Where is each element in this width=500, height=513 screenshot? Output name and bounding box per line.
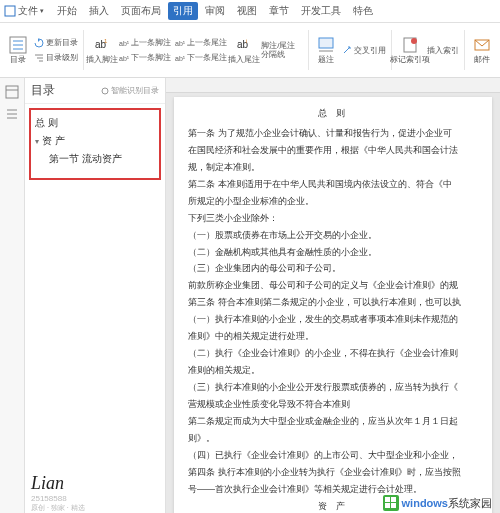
outline-item[interactable]: 第一节 流动资产: [35, 150, 155, 168]
svg-rect-0: [5, 6, 15, 16]
svg-text:1: 1: [104, 38, 108, 44]
brand-name: Lian: [31, 473, 159, 494]
watermark-sub: 系统家园: [448, 497, 492, 509]
cross-ref-button[interactable]: 交叉引用: [340, 43, 388, 57]
toc-icon: [9, 36, 27, 54]
body-text: 前款所称企业集团、母公司和子公司的定义与《企业会计准则》的规: [188, 279, 478, 293]
body-text: 所规定的小型企业标准的企业。: [188, 195, 478, 209]
footnote-sep-button[interactable]: 脚注/尾注分隔线: [259, 43, 304, 57]
svg-point-26: [102, 88, 108, 94]
body-text: 营规模或企业性质变化导致不符合本准则: [188, 398, 478, 412]
smart-toc-button[interactable]: 智能识别目录: [101, 85, 159, 96]
next-footnote-button[interactable]: ab¹下一条脚注: [117, 51, 173, 65]
outline-item[interactable]: ▾资 产: [35, 132, 155, 150]
insert-endnote-label: 插入尾注: [228, 55, 260, 64]
tab-home[interactable]: 开始: [52, 2, 82, 20]
mail-button[interactable]: 邮件: [468, 27, 496, 73]
collapse-icon[interactable]: ▾: [35, 137, 39, 146]
body-text: 第一条 为了规范小企业会计确认、计量和报告行为，促进小企业可: [188, 127, 478, 141]
toc-label: 目录: [10, 55, 26, 64]
mark-entry-label: 标记索引项: [390, 55, 430, 64]
ribbon-toolbar: 目录 更新目录 目录级别 ab1 插入脚注 ab¹上一条脚注 ab¹下一条脚注 …: [0, 23, 500, 78]
update-toc-label: 更新目录: [46, 37, 78, 48]
brand-line: 原创 · 独家 · 精选: [31, 503, 159, 513]
toc-button[interactable]: 目录: [4, 27, 32, 73]
body-text: （一）执行本准则的小企业，发生的交易或者事项本准则未作规范的: [188, 313, 478, 327]
outline-box: 总 则 ▾资 产 第一节 流动资产: [29, 108, 161, 180]
svg-rect-29: [385, 503, 390, 508]
watermark: windows系统家园: [383, 495, 492, 511]
tab-references[interactable]: 引用: [168, 2, 198, 20]
prev-footnote-label: 上一条脚注: [131, 37, 171, 48]
toc-level-button[interactable]: 目录级别: [32, 51, 80, 65]
outline-item-label: 第一节 流动资产: [49, 152, 122, 166]
footnote-sep-label: 脚注/尾注分隔线: [261, 41, 302, 59]
body-text: 准则》中的相关规定进行处理。: [188, 330, 478, 344]
body-text: 第四条 执行本准则的小企业转为执行《企业会计准则》时，应当按照: [188, 466, 478, 480]
prev-endnote-button[interactable]: ab¹上一条尾注: [173, 36, 229, 50]
watermark-main: windows: [402, 497, 448, 509]
ruler[interactable]: [166, 78, 500, 93]
body-text: 下列三类小企业除外：: [188, 212, 478, 226]
svg-rect-30: [391, 503, 396, 508]
body-text: （一）股票或债券在市场上公开交易的小企业。: [188, 229, 478, 243]
next-footnote-label: 下一条脚注: [131, 52, 171, 63]
outline-panel: 目录 智能识别目录 总 则 ▾资 产 第一节 流动资产 Lian 2515858…: [25, 78, 166, 513]
svg-rect-21: [6, 86, 18, 98]
tab-chapter[interactable]: 章节: [264, 2, 294, 20]
svg-rect-16: [319, 38, 333, 48]
endnote-icon: abi: [235, 36, 253, 54]
insert-footnote-button[interactable]: ab1 插入脚注: [87, 27, 117, 73]
heading: 总 则: [188, 107, 478, 121]
mail-label: 邮件: [474, 55, 490, 64]
menubar: 文件 ▾ 开始 插入 页面布局 引用 审阅 视图 章节 开发工具 特色: [0, 0, 500, 23]
svg-rect-27: [385, 497, 390, 502]
tab-special[interactable]: 特色: [348, 2, 378, 20]
mark-entry-button[interactable]: 标记索引项: [395, 27, 425, 73]
brand-sub: 25158588: [31, 494, 159, 503]
tab-layout[interactable]: 页面布局: [116, 2, 166, 20]
tab-insert[interactable]: 插入: [84, 2, 114, 20]
tool-gutter: [0, 78, 25, 513]
file-menu[interactable]: 文件 ▾: [4, 4, 44, 18]
file-label: 文件: [18, 4, 38, 18]
smart-toc-label: 智能识别目录: [111, 85, 159, 96]
insert-footnote-label: 插入脚注: [86, 55, 118, 64]
cross-ref-label: 交叉引用: [354, 45, 386, 56]
windows-logo-icon: [383, 495, 399, 511]
insert-index-label: 插入索引: [427, 45, 459, 56]
outline-icon[interactable]: [4, 106, 20, 122]
svg-text:ab¹: ab¹: [175, 40, 185, 47]
brand-block: Lian 25158588 原创 · 独家 · 精选: [25, 467, 165, 513]
body-text: 准则的相关规定。: [188, 364, 478, 378]
update-toc-button[interactable]: 更新目录: [32, 36, 80, 50]
tab-view[interactable]: 视图: [232, 2, 262, 20]
document-page[interactable]: 总 则 第一条 为了规范小企业会计确认、计量和报告行为，促进小企业可 在国民经济…: [174, 97, 492, 513]
mark-icon: [401, 36, 419, 54]
svg-point-19: [411, 38, 417, 44]
nav-icon[interactable]: [4, 84, 20, 100]
tab-review[interactable]: 审阅: [200, 2, 230, 20]
outline-item[interactable]: 总 则: [35, 114, 155, 132]
ribbon-tabs: 开始 插入 页面布局 引用 审阅 视图 章节 开发工具 特色: [52, 2, 378, 20]
outline-item-label: 资 产: [42, 134, 65, 148]
outline-title: 目录: [31, 82, 55, 99]
insert-index-button[interactable]: 插入索引: [425, 43, 461, 57]
svg-text:ab¹: ab¹: [119, 55, 129, 62]
body-text: （三）企业集团内的母公司和子公司。: [188, 262, 478, 276]
outline-item-label: 总 则: [35, 116, 58, 130]
body-text: 规，制定本准则。: [188, 161, 478, 175]
next-endnote-label: 下一条尾注: [187, 52, 227, 63]
body-text: 则》。: [188, 432, 478, 446]
svg-rect-28: [391, 497, 396, 502]
prev-footnote-button[interactable]: ab¹上一条脚注: [117, 36, 173, 50]
caption-icon: [317, 36, 335, 54]
insert-endnote-button[interactable]: abi 插入尾注: [229, 27, 259, 73]
body-text: 第二条规定而成为大中型企业或金融企业的，应当从次年１月１日起: [188, 415, 478, 429]
tab-dev[interactable]: 开发工具: [296, 2, 346, 20]
body-text: （四）已执行《企业会计准则》的上市公司、大中型企业和小企业，: [188, 449, 478, 463]
prev-endnote-label: 上一条尾注: [187, 37, 227, 48]
body-text: （二）金融机构或其他具有金融性质的小企业。: [188, 246, 478, 260]
caption-button[interactable]: 题注: [312, 27, 340, 73]
next-endnote-button[interactable]: ab¹下一条尾注: [173, 51, 229, 65]
